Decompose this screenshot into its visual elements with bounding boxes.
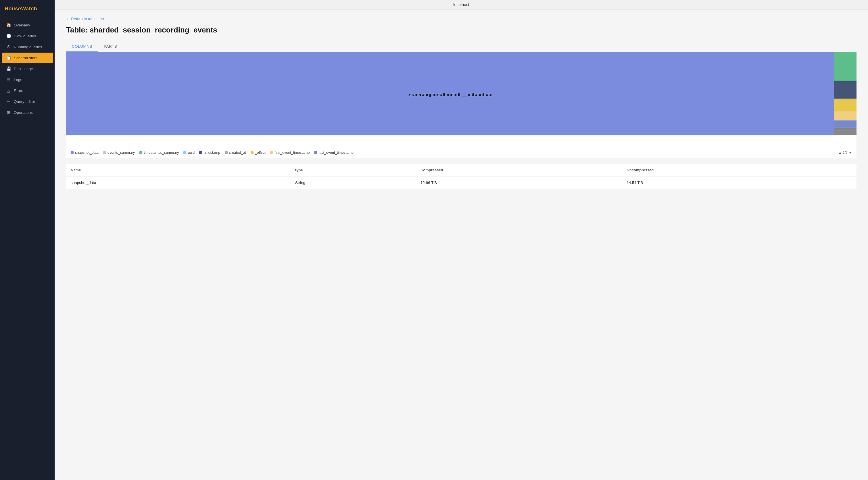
sidebar-item-operations[interactable]: ⊞ Operations [2, 107, 53, 118]
legend-snapshot-data: snapshot_data [71, 151, 99, 155]
treemap-chart: snapshot_data [66, 52, 857, 147]
chart-container: snapshot_data snapshot_data [66, 52, 857, 158]
legend-dot-events [103, 151, 106, 154]
legend-dot-timestamps [140, 151, 142, 154]
overview-icon: 🏠 [6, 23, 11, 27]
legend-timestamps-summary: timestamps_summary [140, 151, 179, 155]
legend-uuid: uuid [183, 151, 194, 155]
sidebar-nav: 🏠 Overview 🕐 Slow queries ⏱ Running quer… [0, 18, 55, 120]
table-header-row: Name type Compressed Uncompressed [66, 164, 857, 177]
sidebar-label-operations: Operations [14, 110, 33, 115]
tab-columns[interactable]: COLUMNS [66, 41, 98, 52]
legend-dot-timestamp [199, 151, 202, 154]
sidebar-item-disk-usage[interactable]: 💾 Disk usage [2, 63, 53, 74]
treemap-label-snapshot: snapshot_data [408, 92, 492, 97]
row-uncompressed: 14.54 TiB [622, 177, 857, 189]
back-link[interactable]: ← Return to tables list [66, 17, 104, 21]
running-queries-icon: ⏱ [6, 44, 11, 49]
errors-icon: △ [6, 88, 11, 93]
legend-dot-uuid [183, 151, 186, 154]
table-row: snapshot_data String 12.96 TiB 14.54 TiB [66, 177, 857, 189]
legend-label-uuid: uuid [188, 151, 194, 155]
legend-dot-first-event [270, 151, 273, 154]
sidebar-label-query-editor: Query editor [14, 99, 35, 104]
tab-parts[interactable]: PARTS [98, 41, 123, 52]
col-header-compressed: Compressed [416, 164, 622, 177]
sidebar-label-running-queries: Running queries [14, 45, 42, 49]
main-container: localhost ← Return to tables list Table:… [55, 0, 868, 480]
sidebar-item-running-queries[interactable]: ⏱ Running queries [2, 42, 53, 52]
legend-label-last-event: last_event_timestamp [318, 151, 353, 155]
sidebar-item-errors[interactable]: △ Errors [2, 85, 53, 96]
sidebar-label-disk-usage: Disk usage [14, 67, 33, 71]
legend-label-events: events_summary [107, 151, 135, 155]
legend-label-first-event: first_event_timestamp [275, 151, 310, 155]
legend-label-created: created_at [229, 151, 246, 155]
legend-events-summary: events_summary [103, 151, 135, 155]
query-editor-icon: ✏ [6, 99, 11, 104]
treemap-first-event[interactable] [834, 111, 857, 120]
sidebar-item-overview[interactable]: 🏠 Overview [2, 20, 53, 30]
col-header-type: type [290, 164, 416, 177]
legend-first-event: first_event_timestamp [270, 151, 310, 155]
treemap-offset[interactable] [834, 99, 857, 111]
top-bar: localhost [55, 0, 868, 9]
app-logo: HouseWatch [0, 0, 55, 18]
chart-legend: snapshot_data events_summary timestamps_… [66, 147, 857, 158]
legend-label-timestamps: timestamps_summary [144, 151, 179, 155]
legend-dot-last-event [314, 151, 317, 154]
legend-last-event: last_event_timestamp [314, 151, 353, 155]
table-body: snapshot_data String 12.96 TiB 14.54 TiB [66, 177, 857, 189]
legend-dot-snapshot [71, 151, 73, 154]
treemap-timestamp[interactable] [834, 81, 857, 98]
sidebar-label-overview: Overview [14, 23, 30, 27]
disk-usage-icon: 💾 [6, 66, 11, 71]
table: Name type Compressed Uncompressed snapsh… [66, 164, 857, 189]
treemap-other[interactable] [834, 128, 857, 136]
logs-icon: ☰ [6, 77, 11, 82]
row-name: snapshot_data [66, 177, 290, 189]
treemap-svg: snapshot_data [66, 52, 857, 147]
sidebar-label-logs: Logs [14, 78, 22, 82]
legend-nav[interactable]: ▲ 1/2 ▼ [838, 151, 852, 155]
legend-label-timestamp: timestamp [204, 151, 220, 155]
server-name: localhost [453, 2, 469, 7]
sidebar-label-schema-stats: Schema stats [14, 56, 37, 60]
tabs-bar: COLUMNS PARTS [66, 41, 857, 52]
sidebar: HouseWatch 🏠 Overview 🕐 Slow queries ⏱ R… [0, 0, 55, 480]
schema-stats-icon: 📋 [6, 56, 11, 60]
operations-icon: ⊞ [6, 110, 11, 115]
legend-offset: _offset [251, 151, 266, 155]
treemap-last-event[interactable] [834, 120, 857, 128]
legend-label-snapshot: snapshot_data [75, 151, 99, 155]
col-header-name: Name [66, 164, 290, 177]
sidebar-item-logs[interactable]: ☰ Logs [2, 74, 53, 85]
sidebar-item-schema-stats[interactable]: 📋 Schema stats [2, 53, 53, 63]
page-title: Table: sharded_session_recording_events [66, 26, 857, 34]
legend-created-at: created_at [225, 151, 246, 155]
sidebar-label-slow-queries: Slow queries [14, 34, 36, 38]
sidebar-item-slow-queries[interactable]: 🕐 Slow queries [2, 31, 53, 41]
table-head: Name type Compressed Uncompressed [66, 164, 857, 177]
content-area: ← Return to tables list Table: sharded_s… [55, 9, 868, 480]
row-compressed: 12.96 TiB [416, 177, 622, 189]
legend-dot-created [225, 151, 228, 154]
slow-queries-icon: 🕐 [6, 34, 11, 38]
sidebar-label-errors: Errors [14, 89, 25, 93]
treemap-timestamps[interactable] [834, 52, 857, 81]
sidebar-item-query-editor[interactable]: ✏ Query editor [2, 96, 53, 107]
col-header-uncompressed: Uncompressed [622, 164, 857, 177]
columns-table: Name type Compressed Uncompressed snapsh… [66, 164, 857, 189]
legend-nav-text[interactable]: ▲ 1/2 ▼ [838, 151, 852, 155]
legend-timestamp: timestamp [199, 151, 220, 155]
legend-label-offset: _offset [255, 151, 266, 155]
row-type: String [290, 177, 416, 189]
legend-dot-offset [251, 151, 253, 154]
